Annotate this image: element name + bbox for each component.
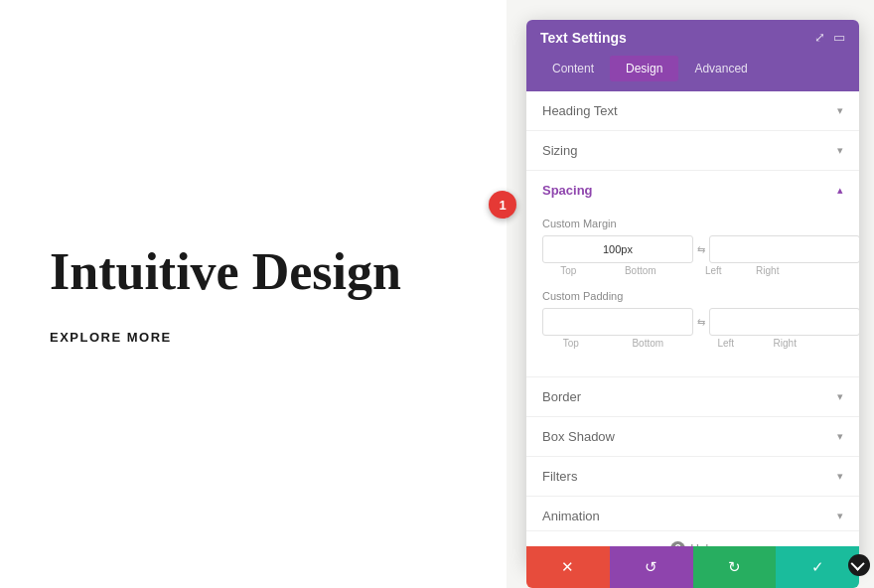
section-sizing[interactable]: Sizing ▾ [526,131,859,171]
chevron-down-icon: ▾ [837,510,843,522]
spacing-header[interactable]: Spacing ▴ [526,171,859,210]
section-animation[interactable]: Animation ▾ [526,497,859,530]
cancel-icon: ✕ [561,558,574,576]
confirm-icon: ✓ [811,558,824,576]
panel-header: Text Settings ⤢ ▭ [526,20,859,56]
link-margin-top-icon[interactable]: ⇆ [695,244,707,255]
filters-label: Filters [542,469,577,484]
padding-bottom-input[interactable] [709,308,859,336]
redo-button[interactable]: ↻ [693,546,777,588]
chevron-down-icon: ▾ [837,390,843,403]
panel-title: Text Settings [540,30,627,46]
padding-bottom-sublabel: Bottom [620,338,677,349]
sizing-label: Sizing [542,143,577,158]
section-spacing: Spacing ▴ Custom Margin ⇆ ⇆ [526,171,859,377]
padding-right-sublabel: Right [757,338,814,349]
panel-header-icons: ⤢ ▭ [814,30,845,46]
margin-left-sublabel: Left [687,265,740,276]
expand-icon[interactable]: ⤢ [814,30,825,46]
chevron-down-icon: ▾ [837,430,843,443]
step-badge: 1 [489,191,516,219]
section-border[interactable]: Border ▾ [526,377,859,417]
section-box-shadow[interactable]: Box Shadow ▾ [526,417,859,457]
padding-left-sublabel: Left [697,338,755,349]
panel-content: Heading Text ▾ Sizing ▾ Spacing ▴ Custom… [526,91,859,530]
action-bar: ✕ ↺ ↻ ✓ [526,546,859,588]
custom-margin-label: Custom Margin [542,218,843,229]
tab-design[interactable]: Design [610,56,678,81]
main-canvas: Intuitive Design EXPLORE MORE [0,0,507,588]
tab-content[interactable]: Content [536,56,610,81]
chevron-down-icon: ▾ [837,470,843,483]
spacing-content: Custom Margin ⇆ ⇆ ↺ [526,210,859,376]
margin-right-sublabel: Right [742,265,795,276]
section-heading-text[interactable]: Heading Text ▾ [526,91,859,131]
chevron-up-icon: ▴ [837,184,843,197]
chevron-down-icon: ▾ [837,144,843,157]
confirm-button[interactable]: ✓ [776,546,859,588]
undo-icon: ↺ [645,558,657,576]
margin-top-input[interactable] [542,235,693,263]
section-filters[interactable]: Filters ▾ [526,457,859,497]
custom-padding-group: Custom Padding ⇆ ⇆ 📱 [542,290,843,349]
margin-bottom-sublabel: Bottom [615,265,667,276]
explore-link[interactable]: EXPLORE MORE [50,330,457,345]
box-shadow-label: Box Shadow [542,429,615,444]
padding-top-sublabel: Top [542,338,600,349]
custom-margin-group: Custom Margin ⇆ ⇆ ↺ [542,218,843,276]
border-label: Border [542,389,581,404]
panel-tabs: Content Design Advanced [526,56,859,91]
custom-padding-label: Custom Padding [542,290,843,302]
margin-top-sublabel: Top [542,265,595,276]
padding-top-input[interactable] [542,308,693,336]
spacing-label: Spacing [542,183,593,198]
margin-bottom-input[interactable] [709,235,859,263]
main-heading: Intuitive Design [50,243,457,300]
link-padding-top-icon[interactable]: ⇆ [695,317,707,328]
cursor-badge [848,554,870,576]
heading-text-label: Heading Text [542,103,618,118]
tab-advanced[interactable]: Advanced [678,56,763,81]
animation-label: Animation [542,509,600,523]
columns-icon[interactable]: ▭ [833,30,845,46]
cancel-button[interactable]: ✕ [526,546,610,588]
undo-button[interactable]: ↺ [610,546,693,588]
settings-panel: Text Settings ⤢ ▭ Content Design Advance… [526,20,859,566]
chevron-down-icon: ▾ [837,104,843,117]
redo-icon: ↻ [728,558,741,576]
